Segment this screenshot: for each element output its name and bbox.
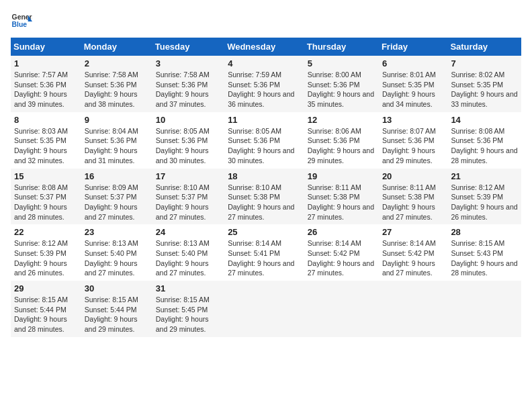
day-info: Sunrise: 8:15 AM Sunset: 5:44 PM Dayligh… xyxy=(14,295,78,334)
day-number: 28 xyxy=(451,227,518,237)
day-info: Sunrise: 8:13 AM Sunset: 5:40 PM Dayligh… xyxy=(156,238,221,278)
day-number: 18 xyxy=(228,171,301,181)
calendar-cell: 13 Sunrise: 8:07 AM Sunset: 5:36 PM Dayl… xyxy=(379,112,447,169)
day-info: Sunrise: 8:05 AM Sunset: 5:36 PM Dayligh… xyxy=(228,126,301,166)
day-info: Sunrise: 8:05 AM Sunset: 5:36 PM Dayligh… xyxy=(156,126,221,166)
calendar-week-row: 1 Sunrise: 7:57 AM Sunset: 5:36 PM Dayli… xyxy=(11,56,521,112)
day-number: 9 xyxy=(85,115,149,125)
calendar-cell: 18 Sunrise: 8:10 AM Sunset: 5:38 PM Dayl… xyxy=(224,169,304,225)
day-info: Sunrise: 7:58 AM Sunset: 5:36 PM Dayligh… xyxy=(85,70,149,109)
weekday-header-row: SundayMondayTuesdayWednesdayThursdayFrid… xyxy=(11,38,521,56)
weekday-header-monday: Monday xyxy=(81,38,152,56)
weekday-header-tuesday: Tuesday xyxy=(152,38,224,56)
calendar-cell: 30 Sunrise: 8:15 AM Sunset: 5:44 PM Dayl… xyxy=(81,281,152,337)
calendar-table: SundayMondayTuesdayWednesdayThursdayFrid… xyxy=(11,38,521,337)
calendar-cell xyxy=(447,281,521,337)
day-info: Sunrise: 8:10 AM Sunset: 5:37 PM Dayligh… xyxy=(156,183,221,222)
day-number: 21 xyxy=(451,171,518,181)
day-info: Sunrise: 7:59 AM Sunset: 5:36 PM Dayligh… xyxy=(228,70,301,109)
day-info: Sunrise: 8:13 AM Sunset: 5:40 PM Dayligh… xyxy=(85,238,149,278)
weekday-header-thursday: Thursday xyxy=(304,38,379,56)
day-info: Sunrise: 8:03 AM Sunset: 5:35 PM Dayligh… xyxy=(14,126,78,166)
day-number: 14 xyxy=(451,115,518,125)
day-info: Sunrise: 8:08 AM Sunset: 5:37 PM Dayligh… xyxy=(14,183,78,222)
day-info: Sunrise: 8:15 AM Sunset: 5:45 PM Dayligh… xyxy=(156,295,221,334)
day-info: Sunrise: 8:14 AM Sunset: 5:41 PM Dayligh… xyxy=(228,238,301,278)
day-info: Sunrise: 8:02 AM Sunset: 5:35 PM Dayligh… xyxy=(451,70,518,109)
day-number: 13 xyxy=(382,115,444,125)
day-info: Sunrise: 7:57 AM Sunset: 5:36 PM Dayligh… xyxy=(14,70,78,109)
calendar-cell: 25 Sunrise: 8:14 AM Sunset: 5:41 PM Dayl… xyxy=(224,224,304,281)
calendar-week-row: 8 Sunrise: 8:03 AM Sunset: 5:35 PM Dayli… xyxy=(11,112,521,169)
calendar-cell: 5 Sunrise: 8:00 AM Sunset: 5:36 PM Dayli… xyxy=(304,56,379,112)
day-number: 8 xyxy=(14,115,78,125)
calendar-cell: 11 Sunrise: 8:05 AM Sunset: 5:36 PM Dayl… xyxy=(224,112,304,169)
day-number: 20 xyxy=(382,171,444,181)
day-info: Sunrise: 8:15 AM Sunset: 5:43 PM Dayligh… xyxy=(451,238,518,278)
day-number: 5 xyxy=(308,58,375,68)
calendar-cell xyxy=(304,281,379,337)
calendar-cell: 16 Sunrise: 8:09 AM Sunset: 5:37 PM Dayl… xyxy=(81,169,152,225)
day-info: Sunrise: 8:11 AM Sunset: 5:38 PM Dayligh… xyxy=(308,183,375,222)
calendar-week-row: 29 Sunrise: 8:15 AM Sunset: 5:44 PM Dayl… xyxy=(11,281,521,337)
day-number: 15 xyxy=(14,171,78,181)
day-info: Sunrise: 8:12 AM Sunset: 5:39 PM Dayligh… xyxy=(451,183,518,222)
calendar-cell: 1 Sunrise: 7:57 AM Sunset: 5:36 PM Dayli… xyxy=(11,56,81,112)
day-number: 16 xyxy=(85,171,149,181)
day-info: Sunrise: 8:09 AM Sunset: 5:37 PM Dayligh… xyxy=(85,183,149,222)
calendar-week-row: 22 Sunrise: 8:12 AM Sunset: 5:39 PM Dayl… xyxy=(11,224,521,281)
day-number: 19 xyxy=(308,171,375,181)
calendar-cell: 6 Sunrise: 8:01 AM Sunset: 5:35 PM Dayli… xyxy=(379,56,447,112)
day-number: 2 xyxy=(85,58,149,68)
day-number: 31 xyxy=(156,283,221,293)
day-number: 23 xyxy=(85,227,149,237)
day-number: 27 xyxy=(382,227,444,237)
day-info: Sunrise: 7:58 AM Sunset: 5:36 PM Dayligh… xyxy=(156,70,221,109)
day-info: Sunrise: 8:11 AM Sunset: 5:38 PM Dayligh… xyxy=(382,183,444,222)
calendar-cell: 27 Sunrise: 8:14 AM Sunset: 5:42 PM Dayl… xyxy=(379,224,447,281)
day-number: 17 xyxy=(156,171,221,181)
day-number: 1 xyxy=(14,58,78,68)
calendar-cell: 7 Sunrise: 8:02 AM Sunset: 5:35 PM Dayli… xyxy=(447,56,521,112)
weekday-header-saturday: Saturday xyxy=(447,38,521,56)
calendar-cell: 4 Sunrise: 7:59 AM Sunset: 5:36 PM Dayli… xyxy=(224,56,304,112)
calendar-cell: 14 Sunrise: 8:08 AM Sunset: 5:36 PM Dayl… xyxy=(447,112,521,169)
logo: General Blue xyxy=(11,11,32,30)
calendar-cell xyxy=(379,281,447,337)
day-number: 7 xyxy=(451,58,518,68)
day-info: Sunrise: 8:14 AM Sunset: 5:42 PM Dayligh… xyxy=(382,238,444,278)
day-info: Sunrise: 8:06 AM Sunset: 5:36 PM Dayligh… xyxy=(308,126,375,166)
svg-text:Blue: Blue xyxy=(12,21,28,28)
calendar-cell: 8 Sunrise: 8:03 AM Sunset: 5:35 PM Dayli… xyxy=(11,112,81,169)
day-number: 30 xyxy=(85,283,149,293)
day-info: Sunrise: 8:15 AM Sunset: 5:44 PM Dayligh… xyxy=(85,295,149,334)
day-number: 4 xyxy=(228,58,301,68)
calendar-cell: 9 Sunrise: 8:04 AM Sunset: 5:36 PM Dayli… xyxy=(81,112,152,169)
day-info: Sunrise: 8:12 AM Sunset: 5:39 PM Dayligh… xyxy=(14,238,78,278)
calendar-cell: 12 Sunrise: 8:06 AM Sunset: 5:36 PM Dayl… xyxy=(304,112,379,169)
weekday-header-wednesday: Wednesday xyxy=(224,38,304,56)
day-info: Sunrise: 8:00 AM Sunset: 5:36 PM Dayligh… xyxy=(308,70,375,109)
calendar-cell: 20 Sunrise: 8:11 AM Sunset: 5:38 PM Dayl… xyxy=(379,169,447,225)
day-number: 25 xyxy=(228,227,301,237)
weekday-header-sunday: Sunday xyxy=(11,38,81,56)
calendar-cell: 31 Sunrise: 8:15 AM Sunset: 5:45 PM Dayl… xyxy=(152,281,224,337)
day-number: 10 xyxy=(156,115,221,125)
calendar-cell: 3 Sunrise: 7:58 AM Sunset: 5:36 PM Dayli… xyxy=(152,56,224,112)
day-number: 11 xyxy=(228,115,301,125)
calendar-cell: 29 Sunrise: 8:15 AM Sunset: 5:44 PM Dayl… xyxy=(11,281,81,337)
day-info: Sunrise: 8:04 AM Sunset: 5:36 PM Dayligh… xyxy=(85,126,149,166)
calendar-cell: 26 Sunrise: 8:14 AM Sunset: 5:42 PM Dayl… xyxy=(304,224,379,281)
day-number: 3 xyxy=(156,58,221,68)
day-number: 24 xyxy=(156,227,221,237)
day-info: Sunrise: 8:14 AM Sunset: 5:42 PM Dayligh… xyxy=(308,238,375,278)
day-number: 12 xyxy=(308,115,375,125)
day-number: 26 xyxy=(308,227,375,237)
calendar-cell: 21 Sunrise: 8:12 AM Sunset: 5:39 PM Dayl… xyxy=(447,169,521,225)
calendar-cell: 19 Sunrise: 8:11 AM Sunset: 5:38 PM Dayl… xyxy=(304,169,379,225)
day-number: 29 xyxy=(14,283,78,293)
day-number: 22 xyxy=(14,227,78,237)
calendar-cell: 23 Sunrise: 8:13 AM Sunset: 5:40 PM Dayl… xyxy=(81,224,152,281)
calendar-cell: 17 Sunrise: 8:10 AM Sunset: 5:37 PM Dayl… xyxy=(152,169,224,225)
calendar-cell: 24 Sunrise: 8:13 AM Sunset: 5:40 PM Dayl… xyxy=(152,224,224,281)
